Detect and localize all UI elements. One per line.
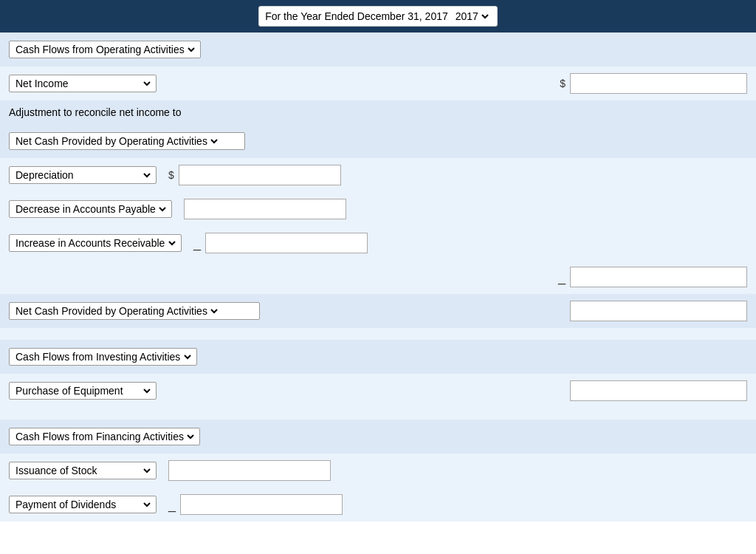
net-cash-sub-row: Net Cash Provided by Operating Activitie…: [0, 124, 756, 158]
year-select[interactable]: 2017 2016 2015: [453, 10, 491, 23]
net-income-dollar: $: [560, 78, 566, 89]
financing-header-select[interactable]: Cash Flows from Financing Activities: [13, 430, 196, 443]
net-income-input[interactable]: [570, 73, 747, 94]
year-label: For the Year Ended December 31, 2017: [265, 10, 448, 22]
net-income-select[interactable]: Net Income: [13, 77, 153, 90]
net-income-input-wrapper: $: [560, 73, 747, 94]
issuance-stock-select[interactable]: Issuance of Stock: [13, 464, 153, 477]
net-cash-total-input[interactable]: [570, 301, 747, 321]
purchase-equipment-select-wrapper[interactable]: Purchase of Equipment: [9, 382, 157, 400]
decrease-ap-select-wrapper[interactable]: Decrease in Accounts Payable: [9, 200, 172, 218]
payment-dividends-row: Payment of Dividends _: [0, 488, 756, 521]
issuance-stock-row: Issuance of Stock: [0, 454, 756, 488]
subtotal-input[interactable]: [570, 267, 747, 287]
payment-dividends-input[interactable]: [180, 494, 343, 515]
depreciation-input[interactable]: [179, 165, 341, 185]
payment-dividends-select[interactable]: Payment of Dividends: [13, 498, 153, 511]
depreciation-row: Depreciation $: [0, 158, 756, 192]
financing-header-row: Cash Flows from Financing Activities: [0, 420, 756, 454]
net-cash-sub-select-wrapper[interactable]: Net Cash Provided by Operating Activitie…: [9, 132, 245, 150]
increase-ar-row: Increase in Accounts Receivable _: [0, 226, 756, 260]
investing-header-select-wrapper[interactable]: Cash Flows from Investing Activities: [9, 348, 197, 366]
payment-dividends-select-wrapper[interactable]: Payment of Dividends: [9, 496, 157, 513]
investing-header-row: Cash Flows from Investing Activities: [0, 340, 756, 374]
payment-dividends-underscore: _: [168, 498, 176, 511]
subtotal-row: _: [0, 260, 756, 294]
operating-header-select[interactable]: Cash Flows from Operating Activities: [13, 43, 197, 56]
purchase-equipment-input[interactable]: [570, 380, 747, 401]
increase-ar-underscore: _: [193, 236, 201, 250]
purchase-equipment-select[interactable]: Purchase of Equipment: [13, 384, 153, 397]
decrease-ap-select[interactable]: Decrease in Accounts Payable: [13, 202, 168, 216]
gap-2: [0, 408, 756, 420]
issuance-stock-input[interactable]: [168, 460, 331, 481]
issuance-stock-select-wrapper[interactable]: Issuance of Stock: [9, 462, 157, 479]
adjustment-text: Adjustment to reconcile net income to: [9, 106, 181, 118]
depreciation-select-wrapper[interactable]: Depreciation: [9, 166, 157, 184]
purchase-equipment-row: Purchase of Equipment: [0, 374, 756, 408]
net-cash-sub-select[interactable]: Net Cash Provided by Operating Activitie…: [13, 134, 220, 148]
header-bar: For the Year Ended December 31, 2017 201…: [0, 0, 756, 33]
investing-header-select[interactable]: Cash Flows from Investing Activities: [13, 350, 193, 363]
operating-header-row: Cash Flows from Operating Activities: [0, 33, 756, 66]
net-cash-total-row: Net Cash Provided by Operating Activitie…: [0, 294, 756, 328]
net-cash-total-select[interactable]: Net Cash Provided by Operating Activitie…: [13, 304, 220, 318]
increase-ar-select-wrapper[interactable]: Increase in Accounts Receivable: [9, 234, 182, 252]
subtotal-underscore: _: [558, 270, 566, 284]
operating-header-select-wrapper[interactable]: Cash Flows from Operating Activities: [9, 41, 201, 58]
decrease-ap-input[interactable]: [184, 199, 346, 219]
increase-ar-input[interactable]: [205, 233, 368, 253]
increase-ar-select[interactable]: Increase in Accounts Receivable: [13, 236, 178, 250]
adjustment-text-row: Adjustment to reconcile net income to: [0, 100, 756, 124]
financing-header-select-wrapper[interactable]: Cash Flows from Financing Activities: [9, 428, 200, 445]
gap-1: [0, 328, 756, 340]
decrease-ap-row: Decrease in Accounts Payable: [0, 192, 756, 226]
depreciation-select[interactable]: Depreciation: [13, 168, 153, 182]
net-income-select-wrapper[interactable]: Net Income: [9, 75, 157, 92]
depreciation-dollar: $: [168, 169, 174, 181]
net-cash-total-select-wrapper[interactable]: Net Cash Provided by Operating Activitie…: [9, 302, 260, 320]
net-income-row: Net Income $: [0, 66, 756, 100]
year-select-wrapper[interactable]: For the Year Ended December 31, 2017 201…: [258, 6, 498, 27]
